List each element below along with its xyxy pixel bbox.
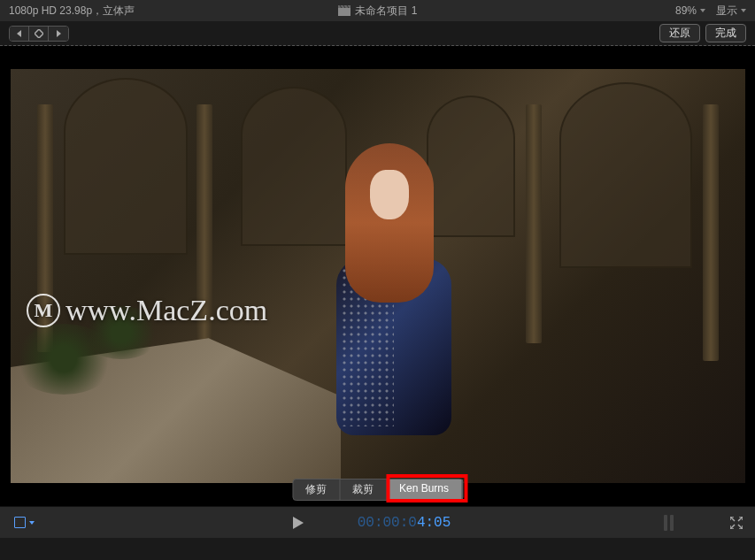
viewer: M www.MacZ.com 修剪 裁剪 Ken Burns (0, 46, 755, 506)
audio-meter (664, 515, 674, 531)
next-keyframe-button[interactable] (49, 27, 68, 41)
tab-trim[interactable]: 修剪 (293, 479, 340, 500)
svg-marker-7 (57, 30, 61, 37)
chevron-down-icon (700, 9, 705, 12)
svg-marker-8 (293, 517, 304, 529)
play-button[interactable] (293, 517, 304, 529)
svg-marker-5 (17, 30, 21, 37)
nav-segment (9, 26, 69, 42)
crop-icon (14, 517, 26, 528)
timecode-display[interactable]: 00:00:04:05 (358, 515, 451, 531)
svg-rect-0 (337, 8, 350, 16)
svg-marker-6 (35, 29, 43, 38)
chevron-down-icon (741, 9, 746, 12)
add-keyframe-button[interactable] (29, 27, 49, 41)
prev-keyframe-button[interactable] (10, 27, 29, 41)
subject (319, 143, 478, 462)
chevron-down-icon (29, 521, 35, 525)
bottom-bar: 00:00:04:05 (0, 506, 755, 538)
clapperboard-icon (337, 5, 350, 16)
top-bar: 1080p HD 23.98p，立体声 未命名项目 1 89% 显示 (0, 0, 755, 21)
watermark: M www.MacZ.com (27, 294, 267, 327)
crop-tool-button[interactable] (11, 515, 38, 530)
zoom-dropdown[interactable]: 89% (675, 4, 705, 17)
watermark-logo-icon: M (27, 294, 60, 327)
tab-crop[interactable]: 裁剪 (340, 479, 387, 500)
meter-bar (670, 515, 674, 531)
format-info: 1080p HD 23.98p，立体声 (9, 4, 135, 19)
project-title-group: 未命名项目 1 (337, 4, 417, 19)
timecode-prefix: 00:00:0 (358, 515, 417, 531)
toolbar-row: 还原 完成 (0, 21, 755, 46)
display-label: 显示 (716, 4, 737, 19)
restore-button[interactable]: 还原 (659, 24, 700, 42)
video-frame[interactable] (11, 69, 745, 483)
crop-mode-tabs: 修剪 裁剪 Ken Burns (292, 479, 463, 501)
display-dropdown[interactable]: 显示 (716, 4, 746, 19)
tab-ken-burns[interactable]: Ken Burns (387, 479, 462, 500)
watermark-text: www.MacZ.com (65, 294, 267, 327)
project-title: 未命名项目 1 (355, 4, 417, 19)
fullscreen-button[interactable] (730, 517, 743, 529)
done-button[interactable]: 完成 (705, 24, 746, 42)
zoom-level: 89% (675, 4, 697, 17)
timecode-active: 4:05 (417, 515, 451, 531)
meter-bar (664, 515, 667, 531)
